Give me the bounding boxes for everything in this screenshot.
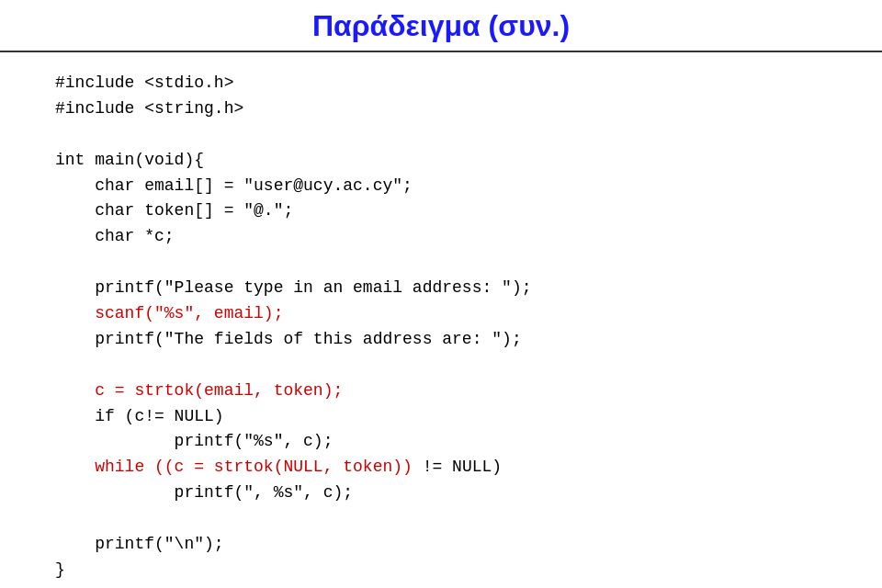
code-line-5: char email[] = "user@ucy.ac.cy"; — [55, 174, 827, 199]
code-line-7: char *c; — [55, 224, 827, 250]
code-block: #include <stdio.h> #include <string.h> i… — [55, 71, 827, 583]
content-area: #include <stdio.h> #include <string.h> i… — [0, 52, 882, 588]
code-line-11: printf("The fields of this address are: … — [55, 327, 827, 353]
slide: Παράδειγμα (συν.) #include <stdio.h> #in… — [0, 0, 882, 588]
code-line-2: #include <string.h> — [55, 96, 827, 122]
code-line-6: char token[] = "@."; — [55, 198, 827, 224]
code-line-8 — [55, 250, 827, 276]
title-bar: Παράδειγμα (συν.) — [0, 0, 882, 52]
slide-title: Παράδειγμα (συν.) — [312, 9, 570, 43]
code-line-9: printf("Please type in an email address:… — [55, 276, 827, 301]
code-line-19: printf("\n"); — [55, 532, 827, 558]
code-line-10: scanf("%s", email); — [55, 301, 827, 327]
code-line-12 — [55, 353, 827, 379]
code-line-14: if (c!= NULL) — [55, 404, 827, 430]
code-line-4: int main(void){ — [55, 148, 827, 174]
code-line-1: #include <stdio.h> — [55, 71, 827, 96]
code-line-15: printf("%s", c); — [55, 429, 827, 455]
code-line-20: } — [55, 558, 827, 583]
code-line-18 — [55, 506, 827, 532]
code-line-13: c = strtok(email, token); — [55, 379, 827, 404]
code-line-17: printf(", %s", c); — [55, 481, 827, 506]
code-line-3 — [55, 122, 827, 148]
code-line-16: while ((c = strtok(NULL, token)) != NULL… — [55, 455, 827, 481]
